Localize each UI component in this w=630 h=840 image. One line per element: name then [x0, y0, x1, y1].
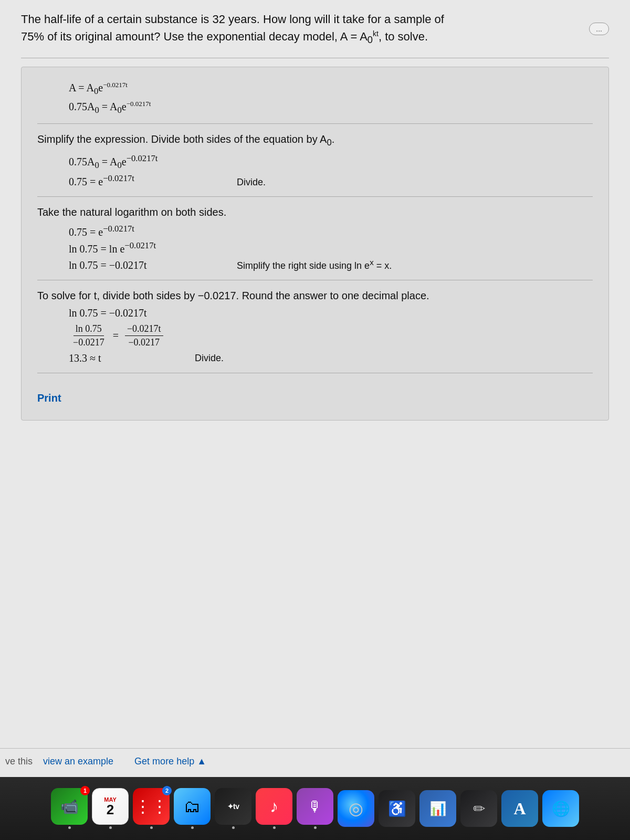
- divider-4: [37, 280, 593, 280]
- header-sub: 0: [368, 34, 373, 45]
- log-eq1: 0.75 = e−0.0217t: [69, 224, 134, 238]
- header-end: , to solve.: [379, 30, 428, 43]
- log-row2: ln 0.75 = ln e−0.0217t: [69, 240, 593, 255]
- solve-eq1: ln 0.75 = −0.0217t: [69, 307, 147, 319]
- print-button[interactable]: Print: [37, 392, 61, 404]
- mac-dock: 📹 1 MAY 2 ⋮⋮ 2 🗂 ✦tv ♪: [0, 777, 630, 840]
- problem-text: The half-life of a certain substance is …: [21, 10, 609, 47]
- solve-row2: ln 0.75 −0.0217 = −0.0217t −0.0217: [69, 323, 593, 348]
- textbook-icon[interactable]: A: [501, 790, 538, 827]
- eq1: A = A0e−0.0217t: [69, 81, 593, 97]
- log-row1: 0.75 = e−0.0217t: [69, 224, 593, 238]
- calendar-num-label: 2: [107, 803, 114, 816]
- fraction-left: ln 0.75 −0.0217: [71, 323, 107, 348]
- header-line2: 75% of its original amount? Use the expo…: [21, 30, 368, 43]
- simplify-row2: 0.75 = e−0.0217t Divide.: [69, 173, 593, 188]
- podcasts-icon[interactable]: 🎙: [297, 788, 333, 825]
- frac-num-left: ln 0.75: [74, 323, 104, 336]
- facetime-dot: [68, 826, 71, 829]
- main-content: The half-life of a certain substance is …: [0, 0, 630, 777]
- save-this-text: ve this: [5, 756, 33, 767]
- log-annotation: Simplify the right side using ln ex = x.: [237, 258, 392, 271]
- dock-item-facetime: 📹 1: [51, 788, 88, 829]
- dock-item-siri: ◎: [338, 790, 374, 827]
- calendar-icon[interactable]: MAY 2: [92, 788, 129, 825]
- dock-item-slash: ✏: [460, 790, 497, 827]
- natural-log-block: 0.75 = e−0.0217t ln 0.75 = ln e−0.0217t …: [69, 224, 593, 271]
- facetime-icon[interactable]: 📹 1: [51, 788, 88, 825]
- eq2: 0.75A0 = A0e−0.0217t: [69, 100, 593, 116]
- dock-item-calendar: MAY 2: [92, 788, 129, 829]
- natural-log-text: Take the natural logarithm on both sides…: [37, 206, 593, 218]
- dock-item-safari: 🌐: [542, 790, 579, 827]
- divider-2: [37, 123, 593, 124]
- dots-icon[interactable]: ⋮⋮ 2: [133, 788, 170, 825]
- music-icon[interactable]: ♪: [256, 788, 292, 825]
- fraction-right: −0.0217t −0.0217: [125, 323, 163, 348]
- log-row3: ln 0.75 = −0.0217t Simplify the right si…: [69, 258, 593, 271]
- solve-block: ln 0.75 = −0.0217t ln 0.75 −0.0217 = −0.…: [69, 307, 593, 364]
- dock-item-podcasts: 🎙: [297, 788, 333, 829]
- music-dot: [273, 826, 276, 829]
- solve-row3: 13.3 ≈ t Divide.: [69, 352, 593, 364]
- divide-label-2: Divide.: [195, 353, 224, 364]
- divider-1: [21, 58, 609, 58]
- simplify-eq1: 0.75A0 = A0e−0.0217t: [69, 153, 216, 171]
- finder-icon[interactable]: 🗂: [174, 788, 211, 825]
- appletv-dot: [232, 826, 235, 829]
- frac-den-left: −0.0217: [71, 336, 107, 348]
- header-sup: kt: [373, 29, 379, 38]
- frac-den-right: −0.0217: [126, 336, 162, 348]
- dock-item-textbook: A: [501, 790, 538, 827]
- dock-item-music: ♪: [256, 788, 292, 829]
- solve-text: To solve for t, divide both sides by −0.…: [37, 290, 593, 302]
- podcasts-dot: [314, 826, 317, 829]
- simplify-eq2: 0.75 = e−0.0217t: [69, 173, 216, 188]
- siri-icon[interactable]: ◎: [338, 790, 374, 827]
- simplify-block: 0.75A0 = A0e−0.0217t 0.75 = e−0.0217t Di…: [69, 153, 593, 187]
- simplify-row1: 0.75A0 = A0e−0.0217t: [69, 153, 593, 171]
- dock-item-bars: 📊: [419, 790, 456, 827]
- frac-num-right: −0.0217t: [125, 323, 163, 336]
- safari-icon[interactable]: 🌐: [542, 790, 579, 827]
- bars-icon[interactable]: 📊: [419, 790, 456, 827]
- log-eq3: ln 0.75 = −0.0217t: [69, 259, 216, 271]
- divider-3: [37, 196, 593, 197]
- divider-5: [37, 373, 593, 373]
- simplify-text: Simplify the expression. Divide both sid…: [37, 133, 593, 148]
- header-line1: The half-life of a certain substance is …: [21, 13, 444, 26]
- dots-badge: 2: [162, 786, 172, 795]
- divide-label: Divide.: [237, 177, 266, 188]
- solve-result: 13.3 ≈ t: [69, 352, 174, 364]
- solve-row1: ln 0.75 = −0.0217t: [69, 307, 593, 319]
- dock-item-dots: ⋮⋮ 2: [133, 788, 170, 829]
- dock-item-finder: 🗂: [174, 788, 211, 829]
- log-eq2: ln 0.75 = ln e−0.0217t: [69, 240, 156, 255]
- dots-dot: [150, 826, 153, 829]
- ellipsis-button[interactable]: ...: [589, 23, 609, 35]
- slash-icon[interactable]: ✏: [460, 790, 497, 827]
- equals-sign: =: [113, 330, 119, 342]
- dock-item-accessibility: ♿: [379, 790, 415, 827]
- finder-dot: [191, 826, 194, 829]
- accessibility-icon[interactable]: ♿: [379, 790, 415, 827]
- dock-item-appletv: ✦tv: [215, 788, 251, 829]
- facetime-badge: 1: [80, 786, 90, 795]
- calendar-dot: [109, 826, 112, 829]
- bottom-links-bar: ve this view an example Get more help ▲: [0, 748, 630, 774]
- solution-box: A = A0e−0.0217t 0.75A0 = A0e−0.0217t Sim…: [21, 67, 609, 421]
- view-example-link[interactable]: view an example: [43, 756, 113, 767]
- appletv-icon[interactable]: ✦tv: [215, 788, 251, 825]
- get-more-help-link[interactable]: Get more help ▲: [134, 756, 206, 767]
